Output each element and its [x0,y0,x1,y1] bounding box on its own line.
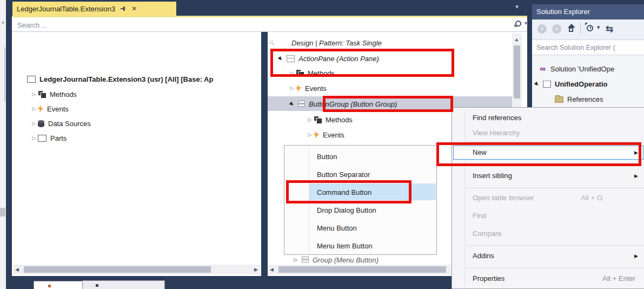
methods-icon [314,116,322,123]
menu-shortcut: Alt + O [581,191,602,206]
project-label: UnifiedOperatio [555,80,608,88]
tree-row-references[interactable]: References [555,92,603,106]
project-icon [543,81,551,88]
menu-item-insert-sibling[interactable]: Insert sibling ▶ [452,168,644,183]
tree-row-data-sources[interactable]: ▷ Data Sources [30,116,91,130]
menu-item-button[interactable]: Button [284,148,436,166]
home-icon[interactable] [567,24,576,34]
document-tab[interactable]: LedgerJournalTable.Extension3 ✕ [12,2,176,16]
tree-row-events[interactable]: ▷ Events [30,102,69,116]
panel-title: Solution Explorer [536,8,590,16]
scrollbar-thumb[interactable] [24,266,211,273]
menu-label: Addins [473,252,494,260]
scroll-left-icon[interactable]: ◀ [270,265,274,274]
menu-item-compare[interactable]: Compare [452,226,644,241]
menu-button-icon [302,257,309,263]
left-edge-scrollbar[interactable] [4,48,5,102]
menu-label: Open table browser [473,194,534,202]
search-input[interactable] [16,19,494,30]
tree-row-solution[interactable]: ∞ Solution 'UnifiedOpe [539,62,614,76]
close-icon[interactable]: ✕ [131,5,137,12]
expander-icon[interactable]: ▷ [30,106,38,111]
tree-row-project[interactable]: ▶ UnifiedOperatio [533,77,608,91]
tree-row-bg-methods[interactable]: ▷ Methods [306,113,353,127]
menu-item-menu-item-button[interactable]: Menu Item Button [284,237,436,255]
tab-strip-dropdown-icon[interactable]: ▾ [513,3,521,10]
search-dropdown-icon[interactable]: ▾ [525,20,527,26]
expander-icon[interactable]: ▷ [306,117,314,122]
expander-icon[interactable]: ▷ [292,257,300,262]
scrollbar-thumb[interactable] [278,266,446,273]
solution-explorer-header[interactable]: Solution Explorer [532,4,644,19]
submenu-arrow-icon: ▶ [634,168,638,183]
bottom-tab-preview[interactable] [34,281,83,289]
pending-changes-icon[interactable] [586,24,595,34]
tree-row-methods[interactable]: ▷ Methods [30,87,77,101]
sync-icon[interactable]: ⇆ [606,23,613,35]
menu-item-find-references[interactable]: Find references [452,110,644,126]
menu-label: Find references [473,114,521,122]
expander-icon[interactable]: ▷ [30,91,38,97]
tree-row-parts[interactable]: ▷ Parts [30,131,67,145]
menu-item-menu-button[interactable]: Menu Button [284,219,436,237]
menu-label: Find [473,212,486,220]
tree-item-label: Methods [50,90,77,98]
partial-row-label: Group (Menu Button) [313,256,379,264]
visual-studio-solution-icon: ∞ [539,65,547,73]
solution-explorer-toolbar: ‹ › ▾ ⇆ [532,19,644,40]
menu-item-addins[interactable]: Addins ▶ [452,248,644,264]
expander-icon[interactable]: ▷ [288,86,296,91]
expander-icon[interactable]: ▷ [30,135,38,141]
solution-explorer-search[interactable] [532,40,644,55]
expander-icon[interactable]: ▷ [268,37,278,48]
tree-row-design[interactable]: ▷ Design | Pattern: Task Single [269,36,382,50]
search-icon[interactable] [514,21,521,28]
back-button[interactable]: ‹ [537,24,547,34]
methods-icon [38,91,46,98]
tree-row-root[interactable]: LedgerJournalTable.Extension3 (usr) [All… [27,72,213,86]
forward-button[interactable]: › [552,24,561,34]
references-folder-icon [555,96,563,103]
object-tree-panel: LedgerJournalTable.Extension3 (usr) [All… [12,32,261,276]
menu-label: Compare [473,229,501,238]
expander-icon[interactable]: ▷ [306,132,314,137]
document-tab-title: LedgerJournalTable.Extension3 [17,5,115,13]
menu-shortcut: Alt + Enter [602,271,635,286]
menu-item-drop-dialog-button[interactable]: Drop Dialog Button [284,201,436,219]
expander-icon[interactable]: ▶ [288,100,297,109]
horizontal-scrollbar[interactable]: ◀ ▶ [13,265,260,274]
scroll-right-icon[interactable]: ▶ [254,265,258,274]
solution-label: Solution 'UnifiedOpe [550,65,614,73]
menu-separator [466,268,644,268]
panel-divider[interactable] [261,32,268,276]
vertical-scrollbar[interactable]: ▲ [512,34,522,108]
designer-search-bar[interactable]: ▾ [12,17,527,32]
annotation-command-button [286,180,411,203]
menu-item-view-hierarchy[interactable]: View Hierarchy [452,126,644,141]
solution-search-input[interactable] [535,42,643,53]
tree-item-label: Events [323,131,344,139]
menu-item-open-table-browser[interactable]: Open table browser Alt + O [452,191,644,206]
expander-icon[interactable]: ▶ [533,80,542,89]
tree-row-ap-events[interactable]: ▷ Events [288,81,327,95]
pending-changes-caret-icon[interactable]: ▾ [597,24,600,31]
tree-row-bg-events[interactable]: ▷ Events [306,128,344,142]
menu-item-find[interactable]: Find [452,208,644,224]
events-icon [38,105,43,113]
left-edge-panel [0,0,6,289]
annotation-action-pane [270,49,454,77]
form-icon [27,76,36,83]
menu-label: Insert sibling [473,172,512,180]
scroll-up-icon[interactable]: ▲ [514,35,519,44]
scrollbar-thumb[interactable] [514,45,520,98]
second-tab-icon [96,284,98,287]
menu-item-properties[interactable]: Properties Alt + Enter [452,271,644,286]
expander-icon[interactable]: ▷ [30,121,38,126]
pin-icon[interactable] [121,5,127,12]
left-edge-caret-icon[interactable]: ▾ [0,19,6,25]
button-group-icon [298,101,305,107]
bottom-tab-second[interactable] [82,280,165,289]
annotation-new [436,142,641,166]
scroll-left-icon[interactable]: ◀ [15,265,19,274]
tree-item-label: Methods [326,116,353,124]
